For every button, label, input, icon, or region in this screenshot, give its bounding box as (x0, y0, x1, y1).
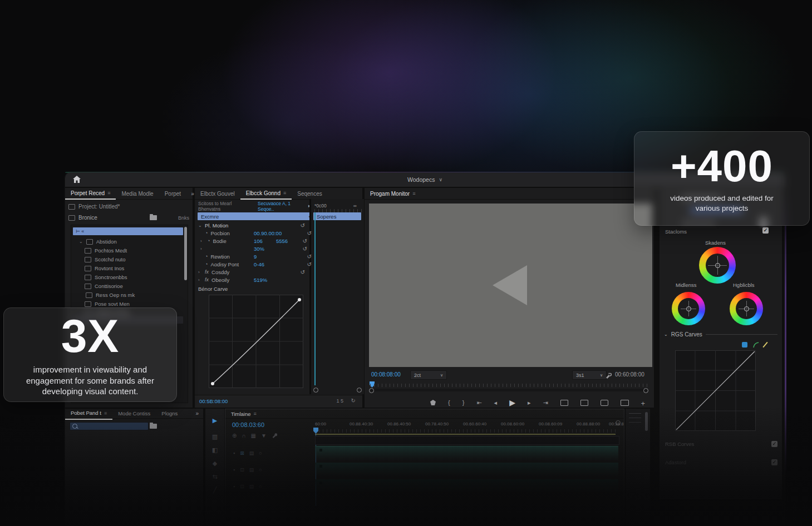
browser-row[interactable]: Bronice Bnks (68, 214, 189, 222)
track-header-v1[interactable]: ▪⊠▤○ (233, 450, 262, 456)
extract-icon[interactable] (580, 400, 588, 406)
rgb-curves-checkbox[interactable]: ✓ (771, 441, 777, 447)
empty-track[interactable] (315, 436, 619, 445)
shadows-color-wheel[interactable] (699, 247, 736, 284)
scale-width-value[interactable]: 30% (254, 246, 264, 252)
list-item[interactable]: Pochtos Medt (85, 246, 182, 255)
effect-row-scale-width[interactable]: › 30% ↺ (198, 245, 307, 252)
razor-tool-icon[interactable]: ◆ (210, 459, 219, 468)
folder-icon[interactable] (150, 424, 157, 429)
highlights-color-wheel[interactable] (730, 292, 763, 325)
folder-icon[interactable] (150, 215, 157, 220)
pen-tool-icon[interactable]: ╱ (210, 485, 219, 494)
reset-icon[interactable]: ↺ (303, 246, 307, 252)
ripple-edit-tool-icon[interactable]: ◧ (210, 445, 219, 454)
reset-icon[interactable]: ↺ (307, 261, 312, 267)
slip-tool-icon[interactable]: ⇆ (210, 472, 219, 481)
effect-footer-timecode[interactable]: 00:5B:08:00 (199, 398, 228, 404)
list-item[interactable]: Pose sovt Men (85, 300, 182, 308)
tab-project[interactable]: Porpet Reced ≡ (65, 187, 116, 200)
hue-sat-curve-icon[interactable] (753, 342, 759, 348)
midtones-color-wheel[interactable] (672, 292, 705, 325)
tab-project-2[interactable]: Porpet (159, 188, 186, 199)
tab-plugins[interactable]: Plogns (156, 408, 183, 419)
timeline-ruler[interactable]: 60:00 00.88.40:30 00.86.40:50 00.78.40:5… (315, 421, 618, 428)
settings-icon[interactable]: ⊕ (232, 433, 237, 439)
tab-media-browser[interactable]: Media Modle (116, 188, 159, 199)
project-scrollbar[interactable] (184, 227, 187, 280)
wrench-icon[interactable] (605, 371, 612, 381)
mark-in-icon[interactable]: { (448, 399, 450, 406)
tab-program-monitor[interactable]: Progam Monitor ≡ (365, 188, 421, 199)
reset-icon[interactable]: ↺ (301, 269, 305, 275)
list-item[interactable]: Scotchd nuto (85, 255, 182, 264)
scroll-knob-right[interactable] (357, 388, 362, 393)
pencil-icon[interactable] (762, 342, 767, 348)
adjusted-row[interactable]: Adastord ✓ (665, 459, 777, 465)
export-frame-icon[interactable] (601, 400, 608, 406)
panel-menu-icon[interactable]: ≡ (412, 191, 415, 196)
timeline-playhead[interactable] (313, 428, 318, 434)
panel-menu-icon[interactable]: ≡ (254, 411, 257, 416)
reset-icon[interactable]: ↺ (307, 254, 312, 260)
curves-section-header[interactable]: ⌄ RGS Carves (664, 331, 777, 338)
effect-row-rotation[interactable]: ◔ Rewtion 9 ↺ (198, 252, 312, 260)
loop-icon[interactable]: ↻ (351, 398, 356, 404)
comparison-view-icon[interactable] (621, 400, 629, 406)
track-select-tool-icon[interactable]: ▥ (210, 432, 219, 441)
scrub-knob-left[interactable] (369, 388, 374, 393)
rotation-value[interactable]: 9 (254, 254, 257, 260)
strip-scrollbar[interactable] (645, 412, 648, 431)
wheels-section-title[interactable]: Stacloms (665, 229, 687, 235)
list-item[interactable]: Ress Oep ns mk (86, 291, 182, 299)
timeline-scroll-knob[interactable] (616, 420, 621, 425)
program-scrollbar[interactable] (370, 389, 647, 391)
panel-menu-icon[interactable]: ≡ (104, 410, 107, 416)
play-button[interactable]: ▶ (509, 398, 515, 407)
program-timecode[interactable]: 00:08:08:00 (371, 371, 401, 378)
project-item-selected[interactable]: ⊢ « (73, 227, 183, 235)
effect-row-opacity[interactable]: › fx Obeoily 519% (198, 276, 305, 284)
snap-icon[interactable]: ∩ (242, 433, 245, 439)
list-item[interactable]: Conttisorioe (85, 282, 182, 290)
step-back-icon[interactable]: ◂ (494, 399, 498, 406)
lift-icon[interactable] (560, 400, 568, 406)
reset-icon[interactable]: ↺ (307, 230, 312, 236)
mark-out-icon[interactable]: } (462, 399, 465, 406)
timeline-timecode[interactable]: 00:08.03:60 (232, 421, 264, 428)
resolution-dropdown[interactable]: 3s1 ∨ (572, 370, 607, 380)
stopwatch-icon[interactable]: ◔ (205, 230, 208, 236)
track-header-a1[interactable]: ▪⊡▤○ (233, 484, 262, 489)
add-marker-icon[interactable] (430, 400, 436, 405)
add-button-icon[interactable]: + (641, 399, 645, 408)
tab-effects[interactable]: Elbctx Gouvel (195, 188, 240, 199)
scale-value[interactable]: 106 (254, 238, 263, 244)
list-item[interactable]: Sonctroenbbs (85, 273, 182, 281)
work-area-bar[interactable] (315, 434, 616, 435)
white-channel-icon[interactable] (742, 342, 747, 348)
go-to-in-icon[interactable]: ⇤ (476, 399, 481, 406)
selection-tool-icon[interactable]: ▶ (210, 416, 219, 425)
rgb-curves-row[interactable]: RSB Corves ✓ (665, 441, 777, 447)
add-marker-icon[interactable]: ▼ (261, 433, 267, 439)
stopwatch-icon[interactable]: ◔ (205, 261, 208, 267)
clip-name-row[interactable]: Soperes (313, 212, 361, 220)
timeline-wrench-icon[interactable] (272, 433, 277, 439)
scroll-knob-left[interactable] (313, 388, 318, 393)
search-input[interactable] (70, 422, 149, 430)
effect-search-row[interactable]: Excmre • (198, 212, 314, 220)
fit-dropdown[interactable]: 2ct ∨ (410, 370, 447, 380)
list-item[interactable]: Rovtont Inos (85, 264, 182, 272)
panel-menu-icon[interactable]: ≡ (107, 190, 110, 196)
tab-sequences[interactable]: Seqences (292, 188, 327, 199)
tab-effect-controls[interactable]: Elbcck Gonnd ≡ (240, 187, 292, 200)
keyframe-playhead[interactable] (314, 212, 316, 385)
tab-media-contents[interactable]: Mode Contiss (112, 408, 156, 419)
timeline-clip[interactable] (315, 463, 618, 477)
opacity-value[interactable]: 519% (254, 277, 267, 283)
tab-overflow-icon[interactable]: » (191, 410, 203, 416)
step-forward-icon[interactable]: ▸ (528, 399, 531, 406)
linked-selection-icon[interactable]: ▦ (251, 433, 256, 439)
effect-row-position[interactable]: ◔ Pocbion 00.90.00:00 ↺ (198, 229, 312, 237)
bezier-curve-graph[interactable] (209, 295, 303, 390)
